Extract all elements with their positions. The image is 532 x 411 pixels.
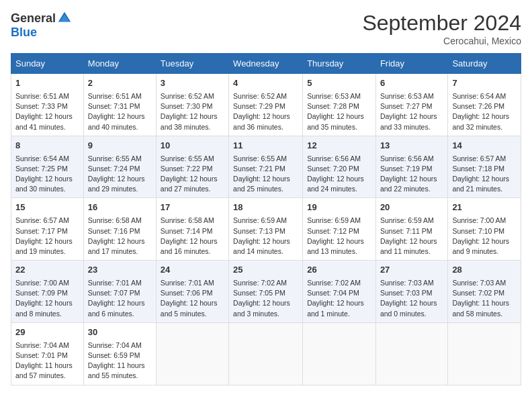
- day-info: Sunrise: 6:59 AMSunset: 7:11 PMDaylight:…: [380, 216, 444, 257]
- day-info: Sunrise: 7:04 AMSunset: 6:59 PMDaylight:…: [88, 340, 152, 381]
- day-info: Sunrise: 6:55 AMSunset: 7:24 PMDaylight:…: [88, 154, 152, 195]
- logo: General Blue: [11, 11, 72, 40]
- calendar-day-cell: [448, 322, 521, 385]
- calendar-day-cell: 17Sunrise: 6:58 AMSunset: 7:14 PMDayligh…: [156, 198, 228, 261]
- calendar-day-cell: 20Sunrise: 6:59 AMSunset: 7:11 PMDayligh…: [375, 198, 448, 261]
- day-number: 21: [452, 201, 517, 214]
- day-number: 17: [161, 201, 224, 214]
- calendar-day-cell: 5Sunrise: 6:53 AMSunset: 7:28 PMDaylight…: [303, 74, 376, 136]
- day-info: Sunrise: 6:58 AMSunset: 7:14 PMDaylight:…: [161, 216, 224, 257]
- day-info: Sunrise: 6:56 AMSunset: 7:20 PMDaylight:…: [307, 154, 371, 195]
- calendar-day-cell: 24Sunrise: 7:01 AMSunset: 7:06 PMDayligh…: [156, 261, 228, 323]
- day-info: Sunrise: 6:57 AMSunset: 7:17 PMDaylight:…: [15, 216, 79, 257]
- month-title: September 2024: [362, 11, 521, 36]
- day-info: Sunrise: 6:53 AMSunset: 7:27 PMDaylight:…: [380, 91, 444, 132]
- day-number: 1: [15, 77, 79, 90]
- page-header: General Blue September 2024 Cerocahui, M…: [11, 11, 521, 46]
- day-number: 3: [161, 77, 224, 90]
- day-info: Sunrise: 7:04 AMSunset: 7:01 PMDaylight:…: [15, 340, 79, 381]
- day-number: 26: [307, 264, 371, 277]
- day-number: 7: [452, 77, 517, 90]
- calendar-day-cell: 28Sunrise: 7:03 AMSunset: 7:02 PMDayligh…: [448, 261, 521, 323]
- day-info: Sunrise: 6:59 AMSunset: 7:12 PMDaylight:…: [307, 216, 371, 257]
- calendar-header-thursday: Thursday: [303, 54, 376, 74]
- day-info: Sunrise: 6:55 AMSunset: 7:22 PMDaylight:…: [161, 154, 224, 195]
- day-info: Sunrise: 6:51 AMSunset: 7:31 PMDaylight:…: [88, 91, 152, 132]
- calendar-day-cell: 25Sunrise: 7:02 AMSunset: 7:05 PMDayligh…: [229, 261, 303, 323]
- calendar-week-row: 1Sunrise: 6:51 AMSunset: 7:33 PMDaylight…: [11, 74, 521, 136]
- day-info: Sunrise: 7:03 AMSunset: 7:02 PMDaylight:…: [452, 278, 517, 319]
- logo-general-text: General: [11, 11, 56, 26]
- day-number: 8: [15, 140, 79, 152]
- day-number: 9: [88, 140, 152, 152]
- calendar-header-wednesday: Wednesday: [229, 54, 303, 74]
- calendar-day-cell: 4Sunrise: 6:52 AMSunset: 7:29 PMDaylight…: [229, 74, 303, 136]
- calendar-day-cell: 15Sunrise: 6:57 AMSunset: 7:17 PMDayligh…: [11, 198, 84, 261]
- calendar-day-cell: 16Sunrise: 6:58 AMSunset: 7:16 PMDayligh…: [83, 198, 156, 261]
- calendar-day-cell: [375, 322, 448, 385]
- day-info: Sunrise: 6:51 AMSunset: 7:33 PMDaylight:…: [15, 91, 79, 132]
- day-number: 19: [307, 201, 371, 214]
- day-number: 10: [161, 140, 224, 152]
- calendar-header-sunday: Sunday: [11, 54, 84, 74]
- day-number: 6: [380, 77, 444, 90]
- day-info: Sunrise: 7:03 AMSunset: 7:03 PMDaylight:…: [380, 278, 444, 319]
- calendar-day-cell: 9Sunrise: 6:55 AMSunset: 7:24 PMDaylight…: [83, 136, 156, 198]
- calendar-day-cell: 10Sunrise: 6:55 AMSunset: 7:22 PMDayligh…: [156, 136, 228, 198]
- calendar-day-cell: 29Sunrise: 7:04 AMSunset: 7:01 PMDayligh…: [11, 322, 84, 385]
- calendar-header-row: SundayMondayTuesdayWednesdayThursdayFrid…: [11, 54, 521, 74]
- day-info: Sunrise: 6:55 AMSunset: 7:21 PMDaylight:…: [233, 154, 298, 195]
- calendar-day-cell: 19Sunrise: 6:59 AMSunset: 7:12 PMDayligh…: [303, 198, 376, 261]
- day-info: Sunrise: 6:54 AMSunset: 7:25 PMDaylight:…: [15, 154, 79, 195]
- calendar-day-cell: 8Sunrise: 6:54 AMSunset: 7:25 PMDaylight…: [11, 136, 84, 198]
- calendar-week-row: 22Sunrise: 7:00 AMSunset: 7:09 PMDayligh…: [11, 261, 521, 323]
- calendar-day-cell: [156, 322, 228, 385]
- day-number: 24: [161, 264, 224, 277]
- calendar-day-cell: 18Sunrise: 6:59 AMSunset: 7:13 PMDayligh…: [229, 198, 303, 261]
- day-info: Sunrise: 6:58 AMSunset: 7:16 PMDaylight:…: [88, 216, 152, 257]
- calendar-header-monday: Monday: [83, 54, 156, 74]
- day-number: 22: [15, 264, 79, 277]
- day-number: 13: [380, 140, 444, 152]
- calendar-day-cell: 11Sunrise: 6:55 AMSunset: 7:21 PMDayligh…: [229, 136, 303, 198]
- calendar-day-cell: 22Sunrise: 7:00 AMSunset: 7:09 PMDayligh…: [11, 261, 84, 323]
- calendar-day-cell: [229, 322, 303, 385]
- calendar-week-row: 8Sunrise: 6:54 AMSunset: 7:25 PMDaylight…: [11, 136, 521, 198]
- day-info: Sunrise: 7:00 AMSunset: 7:09 PMDaylight:…: [15, 278, 79, 319]
- day-number: 12: [307, 140, 371, 152]
- day-info: Sunrise: 6:57 AMSunset: 7:18 PMDaylight:…: [452, 154, 517, 195]
- day-number: 11: [233, 140, 298, 152]
- day-number: 25: [233, 264, 298, 277]
- day-number: 5: [307, 77, 371, 90]
- calendar-week-row: 15Sunrise: 6:57 AMSunset: 7:17 PMDayligh…: [11, 198, 521, 261]
- calendar-day-cell: [303, 322, 376, 385]
- day-number: 16: [88, 201, 152, 214]
- location: Cerocahui, Mexico: [362, 36, 521, 46]
- day-number: 20: [380, 201, 444, 214]
- day-info: Sunrise: 6:52 AMSunset: 7:30 PMDaylight:…: [161, 91, 224, 132]
- calendar-day-cell: 7Sunrise: 6:54 AMSunset: 7:26 PMDaylight…: [448, 74, 521, 136]
- day-info: Sunrise: 7:01 AMSunset: 7:07 PMDaylight:…: [88, 278, 152, 319]
- calendar-header-friday: Friday: [375, 54, 448, 74]
- day-info: Sunrise: 6:52 AMSunset: 7:29 PMDaylight:…: [233, 91, 298, 132]
- title-section: September 2024 Cerocahui, Mexico: [362, 11, 521, 46]
- calendar-day-cell: 14Sunrise: 6:57 AMSunset: 7:18 PMDayligh…: [448, 136, 521, 198]
- calendar-day-cell: 21Sunrise: 7:00 AMSunset: 7:10 PMDayligh…: [448, 198, 521, 261]
- calendar-day-cell: 3Sunrise: 6:52 AMSunset: 7:30 PMDaylight…: [156, 74, 228, 136]
- calendar-header-saturday: Saturday: [448, 54, 521, 74]
- day-info: Sunrise: 6:56 AMSunset: 7:19 PMDaylight:…: [380, 154, 444, 195]
- calendar-day-cell: 23Sunrise: 7:01 AMSunset: 7:07 PMDayligh…: [83, 261, 156, 323]
- calendar-day-cell: 30Sunrise: 7:04 AMSunset: 6:59 PMDayligh…: [83, 322, 156, 385]
- logo-blue-text: Blue: [11, 26, 37, 40]
- day-number: 15: [15, 201, 79, 214]
- calendar-day-cell: 26Sunrise: 7:02 AMSunset: 7:04 PMDayligh…: [303, 261, 376, 323]
- calendar-day-cell: 6Sunrise: 6:53 AMSunset: 7:27 PMDaylight…: [375, 74, 448, 136]
- calendar-day-cell: 1Sunrise: 6:51 AMSunset: 7:33 PMDaylight…: [11, 74, 84, 136]
- logo-icon: [57, 11, 72, 26]
- day-number: 28: [452, 264, 517, 277]
- day-number: 18: [233, 201, 298, 214]
- day-info: Sunrise: 7:02 AMSunset: 7:04 PMDaylight:…: [307, 278, 371, 319]
- calendar-day-cell: 2Sunrise: 6:51 AMSunset: 7:31 PMDaylight…: [83, 74, 156, 136]
- day-number: 23: [88, 264, 152, 277]
- day-number: 27: [380, 264, 444, 277]
